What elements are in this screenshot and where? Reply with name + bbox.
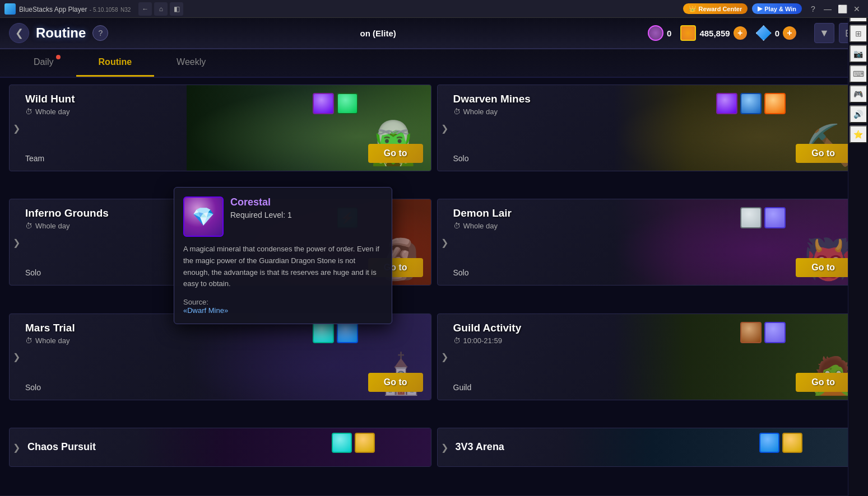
demon-icon-2[interactable] [764, 207, 786, 228]
sidebar-grid-button[interactable]: ⊞ [850, 25, 867, 43]
mars-icon-2[interactable] [337, 322, 358, 343]
demon-mode: Solo [453, 268, 469, 277]
inferno-time-value: Whole day [35, 222, 69, 230]
nav-buttons: ← ⌂ ◧ [138, 2, 183, 16]
chaos-pursuit-card: ❯ Chaos Pursuit [9, 428, 431, 467]
arena-title: 3V3 Arena [456, 441, 504, 453]
keyboard-icon: ⌨ [853, 69, 864, 78]
header-game-area: on (Elite) [115, 29, 641, 38]
mars-icon-1[interactable] [313, 322, 334, 343]
demon-lair-card: 👹 ❯ Demon Lair ⏱ Whole day Solo Resource… [437, 199, 860, 286]
game-header: ❮ Routine ? on (Elite) 0 485,859 + 0 + ▼… [0, 18, 868, 49]
volume-icon: 🔊 [853, 110, 863, 119]
tab-weekly[interactable]: Weekly [154, 49, 228, 77]
dwarven-goto-label: Go to [811, 148, 835, 158]
mars-time: ⏱ Whole day [25, 336, 422, 345]
demon-goto-button[interactable]: Go to [796, 258, 851, 277]
dwarven-goto-button[interactable]: Go to [796, 144, 851, 163]
main-content: 🧝 ❯ Wild Hunt ⏱ Whole day Team EXP Go to [0, 78, 868, 495]
guild-clock-icon: ⏱ [453, 336, 461, 345]
add-diamond-button[interactable]: + [783, 26, 796, 40]
minimize-button[interactable]: — [821, 2, 834, 16]
demon-footer: Solo Resources [453, 268, 850, 277]
dwarven-icon-2[interactable] [740, 93, 762, 114]
arena-chevron-icon: ❯ [441, 442, 448, 452]
nav-back-button[interactable]: ← [138, 2, 152, 16]
nav-home-button[interactable]: ⌂ [154, 2, 168, 16]
question-icon: ? [98, 29, 103, 38]
chaos-icon-1[interactable] [332, 433, 352, 453]
build-text: N32 [120, 7, 131, 13]
tooltip-description: A magical mineral that condenses the pow… [183, 244, 383, 290]
back-button[interactable]: ❮ [9, 23, 29, 43]
sidebar-star-button[interactable]: ⭐ [850, 125, 867, 143]
help-button[interactable]: ? [806, 2, 820, 16]
arena-icon-2[interactable] [782, 433, 802, 453]
sidebar-gamepad-button[interactable]: 🎮 [850, 85, 867, 103]
wild-hunt-goto-label: Go to [384, 148, 407, 158]
mars-trial-card: ⛪ ❯ Mars Trial ⏱ Whole day Solo Glory Go… [9, 313, 431, 400]
dwarven-icon-1[interactable] [716, 93, 737, 114]
nav-page-button[interactable]: ◧ [170, 2, 183, 16]
chaos-icon-2[interactable] [355, 433, 375, 453]
title-bar: BlueStacks App Player - 5.10.1058 N32 ← … [0, 0, 868, 18]
play-win-button[interactable]: ▶ Play & Win [752, 3, 802, 14]
dwarven-mode: Solo [453, 154, 469, 163]
demon-icon-1[interactable] [740, 207, 762, 228]
inferno-chevron-icon: ❯ [13, 237, 20, 247]
dwarven-mines-card: ⛏️ ❯ Dwarven Mines ⏱ Whole day Solo Reso… [437, 85, 860, 171]
gold-currency-value: 485,859 [699, 29, 730, 38]
reward-center-button[interactable]: 👑 Reward Center [683, 3, 748, 14]
page-title: Routine [36, 25, 86, 41]
dwarven-clock-icon: ⏱ [453, 107, 461, 116]
diamond-icon [756, 25, 772, 41]
wild-hunt-title: Wild Hunt [25, 93, 422, 105]
chevron-down-icon: ▼ [819, 27, 829, 39]
arena-3v3-card: ❯ 3V3 Arena [437, 428, 860, 467]
wild-hunt-card: 🧝 ❯ Wild Hunt ⏱ Whole day Team EXP Go to [9, 85, 431, 171]
title-bar-right: 👑 Reward Center ▶ Play & Win ? — ⬜ ✕ [683, 2, 864, 16]
mars-goto-button[interactable]: Go to [368, 373, 423, 392]
restore-button[interactable]: ⬜ [835, 2, 849, 16]
currency-gold: 485,859 + [680, 25, 746, 41]
tab-daily[interactable]: Daily [11, 49, 76, 77]
diamond-value: 0 [775, 29, 779, 38]
title-bar-left: BlueStacks App Player - 5.10.1058 N32 ← … [4, 2, 183, 16]
app-name-text: BlueStacks App Player [19, 6, 87, 13]
dwarven-footer: Solo Resources [453, 154, 850, 163]
close-button[interactable]: ✕ [850, 2, 864, 16]
demon-title: Demon Lair [453, 207, 850, 219]
wild-hunt-icon-1[interactable] [313, 93, 334, 114]
sidebar-keyboard-button[interactable]: ⌨ [850, 65, 867, 83]
daily-tab-label: Daily [34, 57, 54, 67]
reward-center-label: Reward Center [699, 6, 742, 12]
dwarven-chevron-icon: ❯ [441, 123, 448, 133]
corestal-tooltip: Corestal Required Level: 1 A magical min… [174, 187, 392, 324]
daily-notification-dot [56, 55, 61, 59]
mars-chevron-icon: ❯ [13, 352, 20, 362]
game-help-button[interactable]: ? [92, 25, 108, 41]
wild-hunt-icon-2[interactable] [337, 93, 358, 114]
gold-currency-icon [680, 25, 696, 41]
guild-goto-button[interactable]: Go to [796, 373, 851, 392]
add-gold-button[interactable]: + [734, 26, 747, 40]
tab-routine[interactable]: Routine [76, 49, 155, 77]
wild-hunt-goto-button[interactable]: Go to [368, 144, 423, 163]
guild-icon-2[interactable] [764, 322, 786, 343]
arena-icon-1[interactable] [759, 433, 779, 453]
game-name-display: on (Elite) [360, 29, 396, 38]
grid-icon: ⊞ [855, 29, 862, 38]
guild-activity-card: 🧟 ❯ Guild Activity ⏱ 10:00-21:59 Guild G… [437, 313, 860, 400]
guild-footer: Guild Gear [453, 383, 850, 392]
wild-hunt-time: ⏱ Whole day [25, 107, 422, 116]
clock-icon: ⏱ [25, 107, 33, 116]
demon-goto-label: Go to [811, 263, 835, 272]
guild-icon-1[interactable] [740, 322, 762, 343]
sidebar-screenshot-button[interactable]: 📷 [850, 45, 867, 63]
tooltip-header: Corestal Required Level: 1 [183, 196, 383, 237]
dwarven-icon-3[interactable] [764, 93, 786, 114]
menu-down-button[interactable]: ▼ [814, 23, 834, 43]
arena-item-icons [759, 433, 802, 453]
sidebar-volume-button[interactable]: 🔊 [850, 105, 867, 123]
wild-hunt-footer: Team EXP [25, 154, 422, 163]
